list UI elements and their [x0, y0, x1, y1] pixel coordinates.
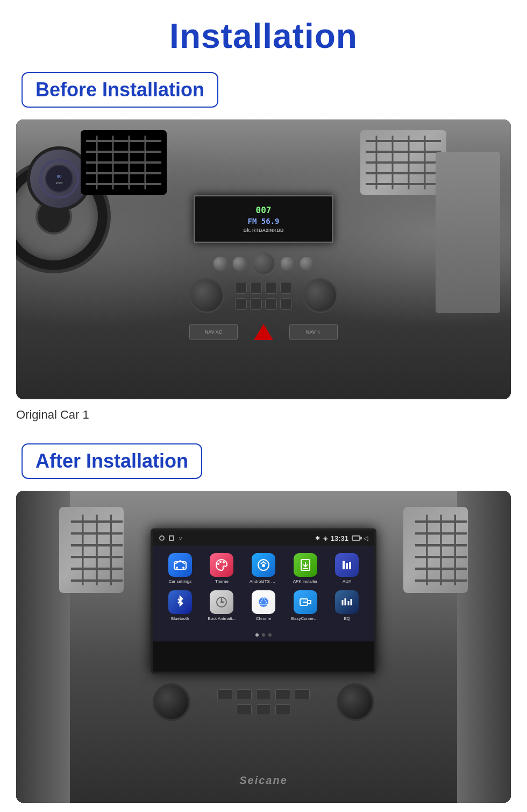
ac-btn-row-1 [235, 282, 292, 294]
before-car-interior: 80 km/h [16, 119, 511, 399]
after-installation-image: ∨ ✱ ◈ 13:31 ◁ [16, 491, 511, 803]
ctrl-btn-main [252, 251, 276, 276]
app-eq[interactable]: EQ [328, 590, 366, 621]
before-image-caption: Original Car 1 [16, 408, 89, 422]
ac-btn-4 [280, 282, 292, 294]
bottom-nav: NAV AC NAV ☆ [189, 324, 338, 340]
vent-top-right [360, 130, 446, 195]
after-ctrl-7 [256, 704, 271, 715]
svg-text:km/h: km/h [55, 181, 62, 185]
seicane-brand: Seicane [239, 774, 288, 787]
status-bar-right: ✱ ◈ 13:31 ◁ [315, 534, 368, 542]
svg-rect-55 [346, 563, 348, 569]
app-chrome[interactable]: Chrome [245, 590, 282, 621]
boot-label: Boot Animati... [208, 616, 236, 621]
right-panel [436, 152, 500, 313]
status-chevron: ∨ [179, 535, 182, 541]
ac-btn-1 [235, 282, 247, 294]
after-center-ctrl [217, 689, 310, 715]
status-time: 13:31 [331, 534, 348, 542]
ac-btn-5 [235, 298, 247, 310]
after-vent-right [403, 507, 468, 593]
after-ctrl-2 [237, 689, 252, 700]
before-installation-image: 80 km/h [16, 119, 511, 399]
status-square [169, 535, 174, 541]
eq-icon [335, 590, 359, 614]
app-boot-animation[interactable]: Boot Animati... [203, 590, 241, 621]
svg-point-50 [262, 564, 265, 567]
ac-knob-right [303, 278, 338, 313]
after-section: After Installation [16, 443, 511, 811]
androidts-label: AndroidTS GP... [250, 579, 277, 584]
page-title: Installation [169, 16, 358, 56]
ac-middle-controls [235, 282, 292, 310]
apk-label: APK installer [293, 579, 318, 584]
after-ctrl-row-1 [217, 689, 310, 700]
ac-knob-left [189, 278, 224, 313]
seicane-text: Seicane [239, 774, 288, 786]
app-easyconnect[interactable]: EasyConnecti... [287, 590, 324, 621]
nav-triangle [254, 324, 273, 340]
svg-point-58 [220, 601, 223, 603]
chrome-icon [252, 590, 275, 614]
android-app-grid: Car settings Theme [153, 546, 374, 629]
ac-btn-2 [250, 282, 262, 294]
nav-dot-1 [255, 633, 259, 637]
before-installation-badge: Before Installation [22, 72, 218, 108]
nav-btn-right: NAV ☆ [289, 324, 338, 340]
theme-label: Theme [215, 579, 229, 584]
after-installation-badge: After Installation [22, 443, 202, 479]
after-ctrl-4 [275, 689, 290, 700]
head-unit-display: 007 FM 56.9 Bk. RTBA2INKBB [243, 204, 283, 234]
bluetooth-label: Bluetooth [171, 616, 189, 621]
app-bluetooth[interactable]: Bluetooth [161, 590, 199, 621]
app-theme[interactable]: Theme [203, 553, 241, 584]
app-car-settings[interactable]: Car settings [161, 553, 199, 584]
svg-rect-54 [343, 561, 345, 569]
ac-btn-6 [250, 298, 262, 310]
battery-icon [352, 535, 360, 541]
ctrl-btn-1 [213, 256, 228, 271]
after-ac-knob-right [337, 683, 374, 721]
after-ctrl-3 [256, 689, 271, 700]
ctrl-btn-4 [300, 256, 315, 271]
after-ctrl-5 [295, 689, 310, 700]
before-section: Before Installation 80 km/h [16, 72, 511, 443]
after-installation-label: After Installation [35, 450, 188, 472]
ac-btn-8 [280, 298, 292, 310]
svg-text:80: 80 [57, 174, 62, 179]
android-head-unit-screen[interactable]: ∨ ✱ ◈ 13:31 ◁ [151, 528, 376, 674]
after-ctrl-1 [217, 689, 232, 700]
app-aux[interactable]: AUX [328, 553, 366, 584]
ctrl-btn-2 [232, 256, 247, 271]
androidts-icon [252, 553, 275, 577]
svg-point-46 [217, 563, 219, 565]
nav-dot-3 [268, 633, 272, 637]
svg-rect-56 [349, 562, 351, 569]
app-androidts[interactable]: AndroidTS GP... [245, 553, 282, 584]
nav-dot-2 [262, 633, 265, 637]
car-settings-icon [168, 553, 192, 577]
car-settings-label: Car settings [168, 579, 191, 584]
after-vent-left [59, 507, 124, 593]
after-ac-controls [153, 683, 374, 721]
apk-icon [294, 553, 317, 577]
svg-point-45 [182, 567, 184, 569]
svg-point-47 [219, 561, 222, 563]
svg-point-1 [46, 165, 73, 192]
ctrl-btn-3 [280, 256, 295, 271]
after-ac-knob-left [153, 683, 190, 721]
android-nav-dots [153, 629, 374, 641]
back-icon: ◁ [364, 535, 368, 542]
after-car-interior: ∨ ✱ ◈ 13:31 ◁ [16, 491, 511, 803]
controls-row [213, 251, 315, 276]
svg-point-61 [261, 600, 266, 604]
svg-point-48 [223, 561, 225, 563]
boot-icon [210, 590, 233, 614]
before-installation-label: Before Installation [35, 79, 204, 101]
app-apk-installer[interactable]: APK installer [287, 553, 324, 584]
android-status-bar: ∨ ✱ ◈ 13:31 ◁ [153, 531, 374, 546]
aux-label: AUX [343, 579, 351, 584]
svg-point-44 [176, 567, 178, 569]
chrome-label: Chrome [256, 616, 271, 621]
